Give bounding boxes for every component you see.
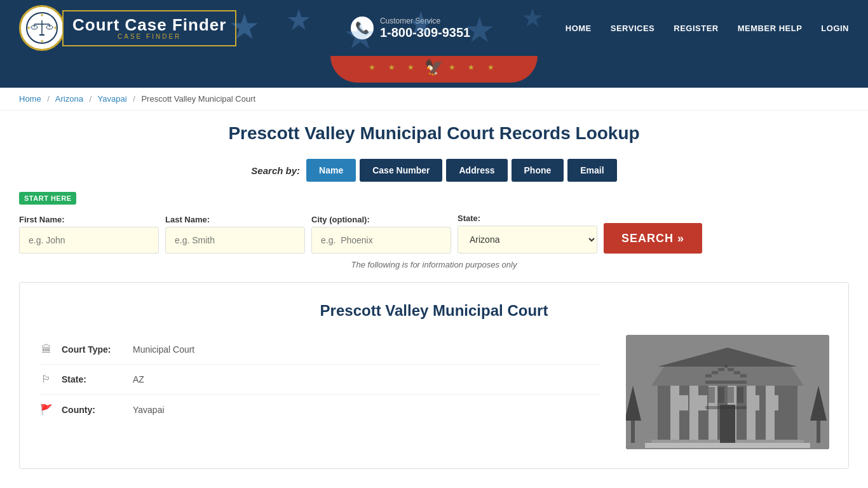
svg-rect-13	[658, 386, 797, 443]
court-details: 🏛 Court Type: Municipal Court 🏳 State: A…	[39, 335, 829, 449]
breadcrumb-home[interactable]: Home	[19, 94, 41, 104]
courthouse-svg	[626, 335, 829, 449]
svg-rect-19	[766, 379, 775, 443]
breadcrumb-arizona[interactable]: Arizona	[55, 94, 83, 104]
search-by-row: Search by: Name Case Number Address Phon…	[19, 159, 849, 182]
logo-icon: ★ ★ ★ ★	[19, 5, 65, 51]
logo-svg: ★ ★ ★ ★	[25, 11, 58, 44]
nav-member-help[interactable]: MEMBER HELP	[738, 24, 803, 33]
svg-rect-16	[709, 379, 717, 443]
city-group: City (optional):	[311, 215, 451, 254]
court-type-field: Court Type:	[62, 344, 125, 355]
tab-name[interactable]: Name	[306, 159, 356, 182]
eagle-icon: 🦅	[424, 58, 444, 76]
cs-info: Customer Service 1-800-309-9351	[380, 17, 470, 40]
cs-label: Customer Service	[380, 17, 470, 25]
tab-case-number[interactable]: Case Number	[360, 159, 442, 182]
nav-services[interactable]: SERVICES	[611, 24, 655, 33]
location-icon: 🚩	[39, 403, 54, 416]
info-note: The following is for information purpose…	[19, 260, 849, 269]
logo-text: Court Case Finder CASE FINDER	[62, 10, 236, 46]
state-group: State: Arizona Alabama Alaska California…	[458, 214, 597, 254]
left-stars: ★ ★ ★	[369, 63, 419, 72]
search-button[interactable]: SEARCH »	[604, 223, 702, 254]
svg-rect-28	[767, 395, 778, 410]
cs-phone: 1-800-309-9351	[380, 25, 470, 40]
svg-rect-15	[689, 379, 698, 443]
main-nav: HOME SERVICES REGISTER MEMBER HELP LOGIN	[566, 24, 849, 33]
svg-rect-11	[39, 34, 44, 36]
last-name-group: Last Name:	[165, 215, 305, 254]
first-name-group: First Name:	[19, 215, 159, 254]
svg-rect-14	[670, 379, 679, 443]
search-form: First Name: Last Name: City (optional): …	[19, 214, 849, 254]
page-title: Prescott Valley Municipal Court Records …	[19, 123, 849, 144]
logo-court-text: Court Case Finder	[72, 17, 226, 33]
breadcrumb-sep1: /	[47, 94, 50, 104]
last-name-label: Last Name:	[165, 215, 305, 224]
svg-text:★: ★	[40, 39, 44, 43]
main-content: Prescott Valley Municipal Court Records …	[0, 111, 868, 482]
phone-icon: 📞	[351, 17, 374, 39]
search-by-label: Search by:	[251, 165, 300, 176]
svg-rect-24	[720, 405, 735, 443]
nav-login[interactable]: LOGIN	[821, 24, 849, 33]
state-value: AZ	[133, 374, 144, 384]
right-stars: ★ ★ ★	[449, 63, 499, 72]
city-input[interactable]	[311, 227, 451, 254]
state-select[interactable]: Arizona Alabama Alaska California Colora…	[458, 226, 597, 254]
svg-marker-21	[658, 348, 797, 367]
nav-register[interactable]: REGISTER	[674, 24, 718, 33]
info-row-state: 🏳 State: AZ	[39, 365, 600, 395]
svg-text:★: ★	[27, 25, 31, 30]
svg-rect-31	[817, 417, 820, 443]
court-info-rows: 🏛 Court Type: Municipal Court 🏳 State: A…	[39, 335, 600, 449]
court-card-title: Prescott Valley Municipal Court	[39, 302, 829, 320]
nav-home[interactable]: HOME	[566, 24, 592, 33]
tab-phone[interactable]: Phone	[512, 159, 564, 182]
svg-rect-22	[651, 440, 804, 445]
building-icon: 🏛	[39, 344, 54, 355]
county-value: Yavapai	[133, 405, 165, 415]
breadcrumb-current: Prescott Valley Municipal Court	[141, 94, 255, 104]
logo[interactable]: ★ ★ ★ ★ Court Case Finder CASE FINDER	[19, 5, 236, 51]
court-image	[626, 335, 829, 449]
eagle-container: ★ ★ ★ 🦅 ★ ★ ★	[330, 56, 537, 83]
svg-text:★: ★	[53, 25, 57, 30]
breadcrumb-sep3: /	[133, 94, 135, 104]
star-decoration: ★	[521, 3, 544, 32]
state-field: State:	[62, 374, 125, 384]
site-header: ★ ★ ★ ★ ★ ★ ★ ★ ★ ★	[0, 0, 868, 56]
start-here-container: START HERE	[19, 192, 849, 210]
breadcrumb-sep2: /	[90, 94, 92, 104]
court-card: Prescott Valley Municipal Court 🏛 Court …	[19, 282, 849, 469]
tab-email[interactable]: Email	[567, 159, 616, 182]
county-field: County:	[62, 405, 125, 415]
svg-rect-26	[696, 395, 707, 410]
svg-marker-32	[810, 386, 827, 421]
breadcrumb-yavapai[interactable]: Yavapai	[98, 94, 127, 104]
svg-rect-18	[747, 379, 756, 443]
start-here-badge: START HERE	[19, 192, 76, 205]
state-label: State:	[458, 214, 597, 223]
eagle-banner: ★ ★ ★ 🦅 ★ ★ ★	[0, 56, 868, 88]
court-type-value: Municipal Court	[133, 344, 194, 355]
last-name-input[interactable]	[165, 227, 305, 254]
svg-rect-29	[631, 417, 635, 443]
info-row-county: 🚩 County: Yavapai	[39, 395, 600, 424]
svg-text:★: ★	[40, 13, 44, 17]
customer-service: 📞 Customer Service 1-800-309-9351	[351, 17, 470, 40]
flag-icon: 🏳	[39, 374, 54, 385]
tab-address[interactable]: Address	[446, 159, 507, 182]
svg-rect-12	[626, 335, 829, 449]
svg-rect-25	[677, 395, 688, 410]
svg-rect-17	[728, 379, 736, 443]
svg-marker-30	[626, 386, 641, 421]
first-name-input[interactable]	[19, 227, 159, 254]
breadcrumb: Home / Arizona / Yavapai / Prescott Vall…	[0, 88, 868, 111]
city-label: City (optional):	[311, 215, 451, 224]
svg-rect-27	[748, 395, 759, 410]
info-row-court-type: 🏛 Court Type: Municipal Court	[39, 335, 600, 365]
star-decoration: ★	[286, 3, 311, 37]
svg-marker-20	[651, 367, 804, 386]
